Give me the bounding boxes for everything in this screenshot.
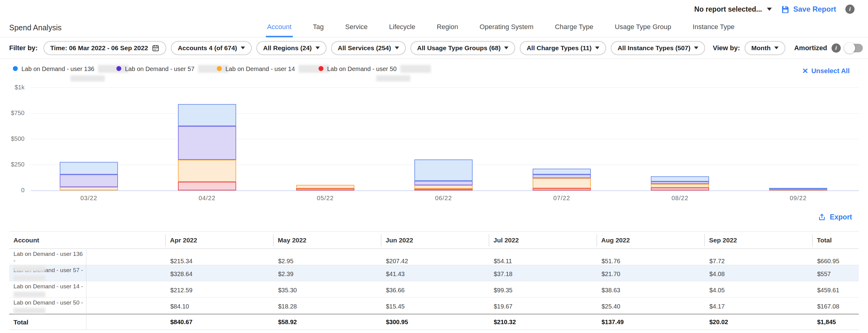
column-header-jun-2022: Jun 2022 [381,234,489,246]
value-cell: $99.35 [489,287,597,294]
legend-label: Lab on Demand - user 14 [225,66,295,72]
caret-down-icon [241,46,245,49]
bar-segment-lab-on-demand-user-50[interactable] [178,182,236,190]
filter-pill-all-services-254[interactable]: All Services (254) [331,41,406,55]
total-value-cell: $20.02 [705,319,812,326]
tab-charge-type[interactable]: Charge Type [554,23,595,37]
report-selector-dropdown[interactable]: No report selected... [694,5,772,13]
info-icon[interactable]: i [845,5,855,14]
calendar-icon [152,44,160,52]
amortized-control: Amortized i [794,43,863,53]
caret-down-icon [595,46,599,49]
filter-pill-all-usage-type-groups-68[interactable]: All Usage Type Groups (68) [410,41,516,55]
value-cell: $18.28 [273,303,381,310]
bar-segment-lab-on-demand-user-136[interactable] [533,169,591,174]
value-cell: $2.95 [273,258,381,265]
value-cell: $38.63 [597,287,705,294]
legend-label: Lab on Demand - user 50 [327,66,397,72]
amortized-label: Amortized [794,44,827,52]
column-header-jul-2022: Jul 2022 [489,234,597,246]
x-axis-label: 08/22 [658,195,702,202]
column-header-apr-2022: Apr 2022 [165,234,273,246]
value-cell: $36.66 [381,287,489,294]
filter-pill-all-instance-types-507[interactable]: All Instance Types (507) [611,41,705,55]
value-cell: $19.67 [489,303,597,310]
account-cell: Lab on Demand - user 14 - [9,281,86,299]
bar-segment-lab-on-demand-user-57[interactable] [178,126,236,160]
titlebar: Spend Analysis AccountTagServiceLifecycl… [0,19,868,37]
bar-segment-lab-on-demand-user-50[interactable] [296,189,354,190]
x-axis-label: 04/22 [186,195,228,202]
bar-segment-lab-on-demand-user-14[interactable] [651,184,709,188]
bar-segment-lab-on-demand-user-57[interactable] [60,174,118,187]
export-icon [818,213,826,221]
value-cell: $35.30 [273,287,381,294]
filter-pill-label: All Regions (24) [263,44,312,52]
filter-pill-all-regions-24[interactable]: All Regions (24) [256,41,327,55]
legend-item-lab-on-demand-user-14[interactable]: Lab on Demand - user 14 [217,65,329,73]
bar-segment-lab-on-demand-user-136[interactable] [178,104,236,126]
legend-item-lab-on-demand-user-136[interactable]: Lab on Demand - user 136 [13,65,129,81]
value-cell: $37.18 [489,271,597,277]
table-row: Lab on Demand - user 50 -$84.10$18.28$15… [9,298,859,314]
filter-pill-accounts-4-of-674[interactable]: Accounts 4 (of 674) [171,41,252,55]
tab-instance-type[interactable]: Instance Type [691,23,736,37]
legend-item-body: Lab on Demand - user 50 [327,65,431,81]
bar-segment-lab-on-demand-user-50[interactable] [651,188,709,190]
bar-segment-lab-on-demand-user-136[interactable] [60,162,118,174]
view-by-label: View by: [713,44,740,52]
legend-dot-icon [13,66,18,71]
bar-segment-lab-on-demand-user-14[interactable] [178,160,236,181]
bar-segment-lab-on-demand-user-14[interactable] [533,178,591,188]
tab-service[interactable]: Service [344,23,369,37]
legend-label: Lab on Demand - user 57 [125,66,194,72]
column-header-sep-2022: Sep 2022 [705,234,812,246]
filter-pill-label: Time: 06 Mar 2022 - 06 Sep 2022 [50,44,148,52]
amortized-toggle[interactable] [845,44,863,52]
gridline [31,139,859,139]
bar-segment-lab-on-demand-user-57[interactable] [414,181,473,185]
value-cell: $84.10 [165,303,273,310]
tab-account[interactable]: Account [266,23,293,37]
bar-segment-lab-on-demand-user-136[interactable] [651,176,709,181]
export-label: Export [830,213,852,221]
tab-usage-type-group[interactable]: Usage Type Group [614,23,672,37]
tab-operating-system[interactable]: Operating System [478,23,535,37]
tab-tag[interactable]: Tag [312,23,325,37]
bar-segment-lab-on-demand-user-57[interactable] [533,174,591,178]
legend-item-body: Lab on Demand - user 136 [22,65,129,81]
bar-segment-lab-on-demand-user-50[interactable] [533,188,591,190]
unselect-all-button[interactable]: ✕ Unselect All [802,67,849,75]
spend-table: AccountApr 2022May 2022Jun 2022Jul 2022A… [9,231,859,330]
filter-pill-all-charge-types-11[interactable]: All Charge Types (11) [520,41,606,55]
bar-segment-lab-on-demand-user-14[interactable] [414,185,473,189]
value-cell: $54.11 [489,258,597,265]
view-by-dropdown[interactable]: Month [745,41,785,55]
filter-pill-time[interactable]: Time: 06 Mar 2022 - 06 Sep 2022 [43,41,166,55]
legend-line1: Lab on Demand - user 50 [327,65,431,73]
save-report-button[interactable]: Save Report [781,5,836,13]
legend-item-lab-on-demand-user-57[interactable]: Lab on Demand - user 57 [116,65,229,73]
table-row: Lab on Demand - user 136 -$215.34$2.95$2… [9,249,859,265]
filter-pill-label: All Usage Type Groups (68) [417,44,501,52]
tab-lifecycle[interactable]: Lifecycle [388,23,416,37]
account-name: Lab on Demand - user 50 - [13,299,86,306]
value-cell: $215.34 [165,258,273,265]
bar-segment-lab-on-demand-user-14[interactable] [296,185,354,189]
value-cell: $660.95 [812,258,859,265]
bar-segment-lab-on-demand-user-14[interactable] [60,187,118,190]
redacted-text [70,75,105,81]
legend-item-lab-on-demand-user-50[interactable]: Lab on Demand - user 50 [318,65,431,81]
tab-region[interactable]: Region [436,23,459,37]
info-icon[interactable]: i [832,43,841,53]
bar-segment-lab-on-demand-user-136[interactable] [414,160,473,181]
bar-segment-lab-on-demand-user-136[interactable] [769,188,827,189]
value-cell: $2.39 [273,271,381,277]
export-button[interactable]: Export [818,213,852,221]
bar-segment-lab-on-demand-user-50[interactable] [414,189,473,190]
total-value-cell: $300.95 [381,319,489,326]
filterbar: Filter by: Time: 06 Mar 2022 - 06 Sep 20… [0,37,868,59]
filter-by-label: Filter by: [9,44,38,52]
redacted-text [13,266,45,271]
bar-segment-lab-on-demand-user-57[interactable] [651,181,709,184]
